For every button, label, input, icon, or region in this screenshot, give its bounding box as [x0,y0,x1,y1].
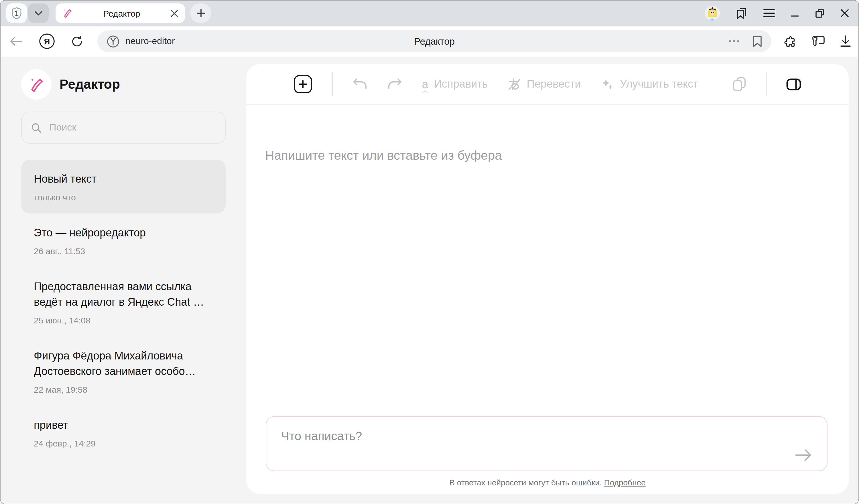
document-item[interactable]: Предоставленная вами ссылка ведёт на диа… [21,267,226,337]
document-title: привет [34,417,213,433]
arrow-right-icon [795,448,812,461]
prompt-input[interactable] [266,416,827,470]
sparkles-icon [600,77,614,91]
back-icon[interactable] [10,36,22,46]
yandex-logo-icon[interactable]: Я [39,33,56,50]
new-document-button[interactable] [294,75,312,93]
search-input[interactable] [48,121,216,134]
svg-text:Я: Я [44,37,50,46]
chevron-down-icon [34,11,42,16]
document-title: Фигура Фёдора Михайловича Достоевского з… [34,348,213,379]
copy-icon[interactable] [733,77,746,92]
refresh-icon[interactable] [71,35,84,48]
downloads-icon[interactable] [840,35,852,47]
send-button[interactable] [795,448,812,461]
tab-counter-control[interactable]: 1 [6,3,49,23]
more-icon[interactable] [728,40,740,43]
plus-icon [196,9,205,18]
more-info-link[interactable]: Подробнее [604,478,646,487]
active-tab[interactable]: Редактор [56,3,185,23]
close-tab-icon[interactable] [171,10,178,17]
document-title: Это — нейроредактор [34,225,213,240]
document-title: Новый текст [34,171,213,187]
document-date: только что [34,192,213,202]
disclaimer: В ответах нейросети могут быть ошибки. П… [246,471,849,494]
extensions-icon[interactable] [784,35,797,48]
document-date: 22 мая, 19:58 [34,385,213,394]
document-list: Новый текст только что Это — нейроредакт… [21,160,226,460]
search-icon [31,122,42,133]
menu-icon[interactable] [763,9,775,18]
tab-count-badge[interactable]: 1 [6,3,27,23]
translate-button[interactable]: Перевести [507,77,581,91]
translate-label: Перевести [527,78,581,90]
tab-list-dropdown[interactable] [28,3,49,23]
document-date: 26 авг., 11:53 [34,246,213,256]
document-item[interactable]: привет 24 февр., 14:29 [21,406,226,460]
document-date: 24 февр., 14:29 [34,439,213,448]
improve-label: Улучшить текст [620,78,698,90]
maximize-icon[interactable] [815,8,825,18]
search-box[interactable] [21,112,226,144]
user-avatar[interactable] [705,6,720,20]
passwords-icon[interactable] [812,35,825,47]
magic-pencil-icon [62,8,73,18]
bookmark-flag-icon[interactable] [753,35,762,47]
bookmarks-icon[interactable] [735,7,748,19]
document-title: Предоставленная вами ссылка ведёт на диа… [34,279,213,310]
page-title: Редактор [97,36,771,47]
editor-card: а Исправить Перевести Улучшить текст [246,64,849,494]
panel-toggle-icon[interactable] [786,78,801,90]
app-logo-row: Редактор [21,69,226,100]
browser-window: 1 Редактор [0,0,859,504]
address-bar: Я neuro-editor Редактор [1,26,858,57]
new-tab-button[interactable] [190,3,211,23]
fix-button[interactable]: а Исправить [422,78,488,91]
app-logo [21,69,51,100]
document-item[interactable]: Новый текст только что [21,160,226,214]
toolbar-divider [332,72,333,96]
minimize-icon[interactable] [790,9,799,18]
plus-icon [299,80,307,88]
document-item[interactable]: Фигура Фёдора Михайловича Достоевского з… [21,337,226,406]
disclaimer-text: В ответах нейросети могут быть ошибки. [449,478,602,487]
magic-pencil-icon [28,76,44,92]
tab-count-label: 1 [14,9,19,17]
fix-label: Исправить [434,78,488,90]
document-date: 25 июн., 14:08 [34,316,213,325]
address-field[interactable]: neuro-editor Редактор [97,30,771,52]
improve-button[interactable]: Улучшить текст [600,77,698,91]
prompt-area [246,416,849,471]
avatar-image [705,6,720,20]
tab-title: Редактор [73,8,171,18]
editor-area[interactable]: Напишите текст или вставьте из буфера [246,105,849,416]
page-content: Редактор Новый текст только что Это — не… [1,57,858,503]
fix-icon: а [422,78,428,91]
close-window-icon[interactable] [840,9,849,18]
document-item[interactable]: Это — нейроредактор 26 авг., 11:53 [21,214,226,267]
toolbar-divider [766,72,767,96]
prompt-box[interactable] [266,416,828,471]
editor-placeholder: Напишите текст или вставьте из буфера [265,148,830,163]
undo-icon[interactable] [352,77,368,91]
translate-icon [507,77,521,91]
redo-icon[interactable] [387,77,403,91]
editor-toolbar: а Исправить Перевести Улучшить текст [246,64,849,104]
tab-bar: 1 Редактор [1,1,858,26]
app-title: Редактор [60,77,120,92]
sidebar: Редактор Новый текст только что Это — не… [1,57,246,503]
